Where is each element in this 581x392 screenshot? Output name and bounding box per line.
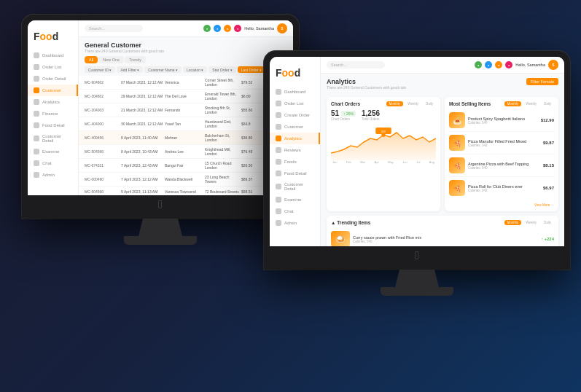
xaxis-label: Jun — [402, 160, 407, 164]
table-row[interactable]: MC-304802 29 March 2023, 12:12 AM The De… — [79, 90, 293, 103]
tab-trendy[interactable]: Trendy — [125, 56, 146, 63]
monitor-base-front — [381, 287, 453, 296]
search-input-back[interactable]: Search... — [85, 25, 143, 32]
sidebar-item-orderlist-f[interactable]: Order List — [270, 98, 320, 109]
selling-sub-4: Calories: 342 — [468, 189, 540, 192]
trending-tab-monthly[interactable]: Monthly — [504, 220, 522, 225]
food-thumb-3: 🍕 — [449, 157, 465, 173]
table-row[interactable]: MC-504566 8 April 2023, 10:43 AM Andrea … — [79, 145, 293, 159]
filter-lastorder[interactable]: Last Order ▾ — [238, 66, 265, 73]
tab-daily[interactable]: Daily — [423, 101, 436, 106]
stat-block-1: 51 ↑ 26% Chart Orders — [331, 109, 356, 121]
sidebar-item-orderlist[interactable]: Order List — [28, 61, 78, 73]
cell-id: MC-504566 — [85, 149, 121, 154]
table-row[interactable]: MC-204003 21 March 2023, 12:12 AM Fernan… — [79, 103, 293, 117]
sidebar-item-customerdetail-f[interactable]: Customer Detail — [270, 179, 320, 194]
sidebar-item-examine[interactable]: Examine — [28, 146, 78, 157]
sidebar-item-fooddetail[interactable]: Food Detail — [28, 119, 78, 131]
trending-change-1: ↑+224 — [541, 237, 554, 241]
filter-female[interactable]: Filter Female — [526, 78, 558, 85]
filter-location[interactable]: Location ▾ — [183, 66, 207, 73]
xaxis-label: Feb — [346, 160, 351, 164]
sidebar-item-createorder-f[interactable]: Create Order — [270, 109, 320, 121]
sidebar-item-analytics-f[interactable]: Analytics — [270, 133, 320, 144]
admin-icon — [34, 172, 39, 178]
logo-front: Food — [270, 63, 320, 86]
cell-name: The Del Love — [165, 94, 205, 98]
sidebar-item-customer-f[interactable]: Customer — [270, 121, 320, 133]
trending-item-1: 🍛 Curry sauce prawn with Fried Rice mix … — [331, 231, 554, 246]
trending-tab-weekly[interactable]: Weekly — [523, 220, 539, 225]
table-row[interactable]: MC-404000 30 March 2023, 12:12 AM Yusef … — [79, 117, 293, 131]
table-row[interactable]: MC-000490 7 April 2023, 12:12 AM Wanda B… — [79, 173, 293, 187]
avatar-front: S — [548, 60, 558, 70]
tab-weekly[interactable]: Weekly — [405, 101, 421, 106]
sidebar-label: Order Detail — [42, 77, 66, 81]
selling-tab-monthly[interactable]: Monthly — [504, 101, 522, 106]
tab-monthly[interactable]: Monthly — [386, 101, 404, 106]
table-row[interactable]: MC-674321 7 April 2023, 12:43 AM Bangui … — [79, 159, 293, 173]
sidebar-item-fooddetail-f[interactable]: Food Detail — [270, 168, 320, 179]
xaxis-label: Apr — [375, 160, 379, 164]
tab-all[interactable]: All — [85, 56, 98, 63]
sidebar-item-foods-f[interactable]: Foods — [270, 156, 320, 168]
cell-id: MC-304802 — [85, 94, 121, 98]
sidebar-item-examine-f[interactable]: Examine — [270, 194, 320, 205]
sidebar-item-finance[interactable]: Finance — [28, 108, 78, 119]
sidebar-item-admin[interactable]: Admin — [28, 169, 78, 181]
notif-4: ● — [234, 25, 241, 32]
xaxis-label: Jan — [332, 160, 337, 164]
trending-tab-daily[interactable]: Daily — [541, 220, 554, 225]
selling-tab-daily[interactable]: Daily — [541, 101, 554, 106]
search-input-front[interactable]: Search... — [327, 61, 385, 68]
cell-id: MC-000490 — [85, 177, 121, 181]
sidebar-item-customer[interactable]: Customer — [28, 85, 78, 96]
stat-label-2: Total Orders — [362, 117, 380, 121]
filter-customerid[interactable]: Customer ID ▾ — [85, 66, 115, 73]
filter-customername[interactable]: Customer Name ▾ — [144, 66, 182, 73]
sidebar-item-dashboard[interactable]: Dashboard — [28, 50, 78, 61]
sidebar-item-chat[interactable]: Chat — [28, 157, 78, 169]
table-row-selected[interactable]: MC-409456 8 April 2023, 11:40 AM Mehran … — [79, 131, 293, 145]
cell-location: 15 Church Road London — [205, 161, 241, 170]
filter-addfilter[interactable]: Add Filter ▾ — [117, 66, 143, 73]
examine-icon-f — [276, 197, 281, 203]
sidebar-item-reviews-f[interactable]: Reviews — [270, 144, 320, 156]
sidebar-label-f: Dashboard — [284, 90, 305, 94]
sidebar-label: Admin — [42, 173, 55, 177]
file-icon — [34, 76, 39, 82]
stat-value-1: 51 — [331, 109, 339, 117]
cell-date: 21 March 2023, 12:12 AM — [121, 108, 165, 112]
filter-statorder[interactable]: Stat Order ▾ — [208, 66, 235, 73]
chart-orders-card: Chart Orders Monthly Weekly Daily — [327, 97, 440, 211]
sidebar-item-orderdetail[interactable]: Order Detail — [28, 73, 78, 85]
xaxis-label: Aug — [429, 160, 434, 164]
person-icon-f — [276, 184, 281, 189]
tab-newone[interactable]: New One — [98, 56, 124, 63]
notif-f2: ● — [485, 61, 492, 68]
logo-back: Food — [28, 26, 78, 50]
top-bar-front: Search... ● ● ● ● Hello, Samantha S — [321, 57, 564, 74]
sidebar-item-dashboard-f[interactable]: Dashboard — [270, 86, 320, 98]
table-row[interactable]: MC-504566 5 April 2023, 11:13 AM Vanessa… — [79, 187, 293, 195]
cell-location: Corner Street 8th, London — [205, 78, 241, 87]
analytics-title: Analytics — [327, 78, 406, 85]
sidebar-item-admin-f[interactable]: Admin — [270, 217, 320, 229]
monitor-frame-front: Food Dashboard Order List Create Order — [264, 51, 570, 270]
main-content-back: Search... ● ● ● ● Hello, Samantha S Gene… — [79, 20, 293, 195]
sidebar-item-customerdetail[interactable]: Customer Detail — [28, 131, 78, 146]
admin-icon-f — [276, 220, 281, 226]
table-row[interactable]: MC-904802 07 March 2023, 12:12 AM Veroni… — [79, 76, 293, 90]
selling-item-2: 🍕 Pizza Manufor Filled Fried Mixed Calor… — [449, 135, 554, 154]
view-more-link[interactable]: View More → — [534, 203, 554, 207]
chart-icon-f — [276, 136, 281, 141]
cell-location: Balcherham St, London — [205, 133, 241, 142]
people-icon — [34, 87, 39, 93]
logo-d2: d — [295, 67, 301, 79]
cell-location: Stocking 8th St, London — [205, 106, 241, 114]
apple-logo-front:  — [270, 246, 564, 264]
sidebar-item-chat-f[interactable]: Chat — [270, 205, 320, 217]
notif-1: ● — [203, 25, 211, 32]
sidebar-item-analytics[interactable]: Analytics — [28, 96, 78, 108]
selling-tab-weekly[interactable]: Weekly — [523, 101, 539, 106]
